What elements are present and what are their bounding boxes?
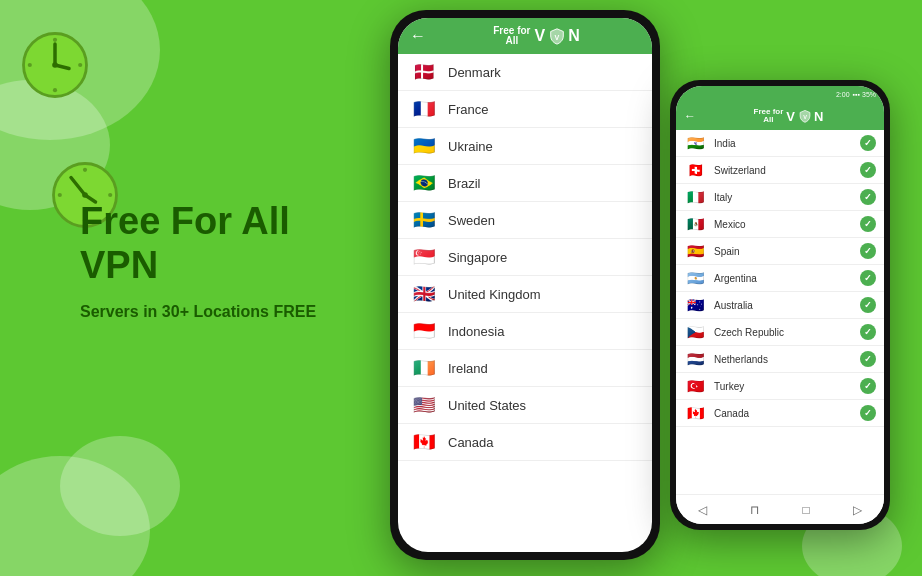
nav-square-button[interactable]: □ — [803, 503, 810, 517]
flag-spain: 🇪🇸 — [684, 244, 706, 259]
nav-forward-button[interactable]: ▷ — [853, 503, 862, 517]
vpn-label-main: V — [535, 27, 547, 45]
list-item[interactable]: 🇨🇭 Switzerland — [676, 157, 884, 184]
flag-us: 🇺🇸 — [410, 395, 438, 415]
list-item[interactable]: 🇪🇸 Spain — [676, 238, 884, 265]
flag-australia: 🇦🇺 — [684, 298, 706, 313]
list-item[interactable]: 🇫🇷 France — [398, 91, 652, 128]
nav-bookmark-button[interactable]: ⊓ — [750, 503, 759, 517]
svg-point-5 — [53, 38, 57, 42]
flag-brazil: 🇧🇷 — [410, 173, 438, 193]
list-item[interactable]: 🇲🇽 Mexico — [676, 211, 884, 238]
country-name-indonesia: Indonesia — [448, 324, 640, 339]
list-item[interactable]: 🇨🇦 Canada — [676, 400, 884, 427]
back-button-main[interactable]: ← — [410, 27, 426, 45]
country-name-brazil: Brazil — [448, 176, 640, 191]
list-item[interactable]: 🇺🇸 United States — [398, 387, 652, 424]
country-name-canada: Canada — [448, 435, 640, 450]
flag-ireland: 🇮🇪 — [410, 358, 438, 378]
flag-sweden: 🇸🇪 — [410, 210, 438, 230]
country-name-italy: Italy — [714, 192, 852, 203]
list-item[interactable]: 🇸🇬 Singapore — [398, 239, 652, 276]
check-czech — [860, 324, 876, 340]
list-item[interactable]: 🇮🇩 Indonesia — [398, 313, 652, 350]
list-item[interactable]: 🇨🇿 Czech Republic — [676, 319, 884, 346]
status-time: 2:00 — [836, 91, 850, 98]
check-india — [860, 135, 876, 151]
nav-back-button[interactable]: ◁ — [698, 503, 707, 517]
list-item[interactable]: 🇮🇹 Italy — [676, 184, 884, 211]
secondary-phone-header: ← Free for All V V N — [676, 102, 884, 130]
country-name-ireland: Ireland — [448, 361, 640, 376]
check-turkey — [860, 378, 876, 394]
svg-point-16 — [58, 193, 62, 197]
list-item[interactable]: 🇹🇷 Turkey — [676, 373, 884, 400]
country-name-netherlands: Netherlands — [714, 354, 852, 365]
country-name-sweden: Sweden — [448, 213, 640, 228]
main-phone-header: ← Free for All V V N — [398, 18, 652, 54]
secondary-phone-screen: 2:00 ▪▪▪ 35% ← Free for All V V — [676, 86, 884, 524]
check-australia — [860, 297, 876, 313]
flag-netherlands: 🇳🇱 — [684, 352, 706, 367]
cloud-4 — [60, 436, 180, 536]
country-name-turkey: Turkey — [714, 381, 852, 392]
check-switzerland — [860, 162, 876, 178]
vpn-label-main-n: N — [568, 27, 581, 45]
flag-indonesia: 🇮🇩 — [410, 321, 438, 341]
flag-ukraine: 🇺🇦 — [410, 136, 438, 156]
country-name-argentina: Argentina — [714, 273, 852, 284]
svg-point-7 — [28, 63, 32, 67]
svg-point-6 — [53, 88, 57, 92]
flag-switzerland: 🇨🇭 — [684, 163, 706, 178]
list-item[interactable]: 🇧🇷 Brazil — [398, 165, 652, 202]
list-item[interactable]: 🇩🇰 Denmark — [398, 54, 652, 91]
list-item[interactable]: 🇬🇧 United Kingdom — [398, 276, 652, 313]
svg-point-8 — [78, 63, 82, 67]
list-item[interactable]: 🇮🇳 India — [676, 130, 884, 157]
list-item[interactable]: 🇳🇱 Netherlands — [676, 346, 884, 373]
check-mexico — [860, 216, 876, 232]
svg-text:V: V — [803, 114, 807, 120]
header-logo-secondary: Free for All V V N — [702, 108, 876, 124]
shield-icon-main: V — [548, 27, 566, 45]
flag-denmark: 🇩🇰 — [410, 62, 438, 82]
svg-text:V: V — [555, 33, 560, 42]
list-item[interactable]: 🇸🇪 Sweden — [398, 202, 652, 239]
list-item[interactable]: 🇨🇦 Canada — [398, 424, 652, 461]
app-title: Free For All VPN — [80, 200, 360, 287]
list-item[interactable]: 🇺🇦 Ukraine — [398, 128, 652, 165]
main-country-list: 🇩🇰 Denmark 🇫🇷 France 🇺🇦 Ukraine 🇧🇷 Brazi… — [398, 54, 652, 552]
flag-turkey: 🇹🇷 — [684, 379, 706, 394]
check-netherlands — [860, 351, 876, 367]
country-name-france: France — [448, 102, 640, 117]
flag-singapore: 🇸🇬 — [410, 247, 438, 267]
app-subtitle: Servers in 30+ Locations FREE — [80, 303, 360, 321]
status-battery: ▪▪▪ 35% — [853, 91, 876, 98]
left-content-area: Free For All VPN Servers in 30+ Location… — [80, 200, 360, 321]
country-name-spain: Spain — [714, 246, 852, 257]
secondary-country-list: 🇮🇳 India 🇨🇭 Switzerland 🇮🇹 Italy 🇲🇽 Mexi… — [676, 130, 884, 494]
flag-argentina: 🇦🇷 — [684, 271, 706, 286]
country-name-uk: United Kingdom — [448, 287, 640, 302]
check-canada — [860, 405, 876, 421]
status-bar-secondary: 2:00 ▪▪▪ 35% — [676, 86, 884, 102]
flag-india: 🇮🇳 — [684, 136, 706, 151]
check-argentina — [860, 270, 876, 286]
shield-icon-secondary: V — [798, 109, 812, 123]
vpn-label-secondary: V — [786, 109, 796, 124]
country-name-czech: Czech Republic — [714, 327, 852, 338]
country-name-australia: Australia — [714, 300, 852, 311]
flag-czech: 🇨🇿 — [684, 325, 706, 340]
back-button-secondary[interactable]: ← — [684, 109, 696, 123]
check-italy — [860, 189, 876, 205]
vpn-logo-secondary: V V N — [786, 109, 824, 124]
check-spain — [860, 243, 876, 259]
country-name-canada-sm: Canada — [714, 408, 852, 419]
list-item[interactable]: 🇮🇪 Ireland — [398, 350, 652, 387]
flag-canada: 🇨🇦 — [410, 432, 438, 452]
secondary-phone: 2:00 ▪▪▪ 35% ← Free for All V V — [670, 80, 890, 530]
vpn-logo-main: V V N — [535, 27, 581, 45]
list-item[interactable]: 🇦🇺 Australia — [676, 292, 884, 319]
list-item[interactable]: 🇦🇷 Argentina — [676, 265, 884, 292]
country-name-singapore: Singapore — [448, 250, 640, 265]
